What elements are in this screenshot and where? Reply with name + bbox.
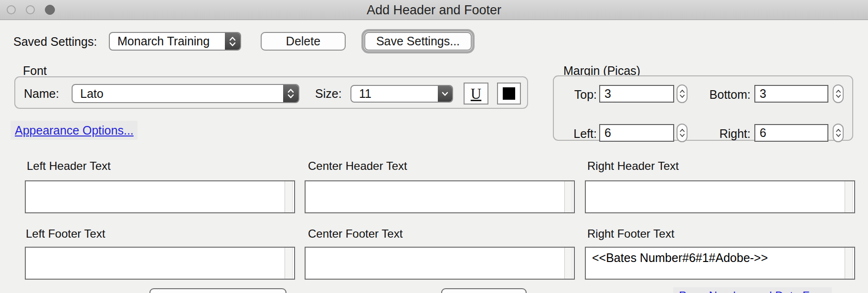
saved-settings-value: Monarch Training: [117, 33, 210, 50]
margin-bottom-field[interactable]: 3: [754, 85, 828, 103]
font-name-select[interactable]: Lato: [72, 84, 299, 103]
margin-right-value: 6: [760, 126, 766, 140]
margin-top-value: 3: [604, 87, 611, 101]
font-group-title: Font: [23, 64, 47, 78]
center-footer-label: Center Footer Text: [308, 227, 402, 241]
delete-button[interactable]: Delete: [261, 32, 346, 51]
scrollbar[interactable]: [845, 181, 853, 212]
center-header-label: Center Header Text: [308, 159, 407, 173]
stepper-up-icon: [679, 89, 685, 93]
font-name-value: Lato: [80, 85, 104, 102]
scrollbar[interactable]: [845, 248, 853, 279]
margin-left-value: 6: [604, 126, 611, 140]
stepper-down-icon: [679, 94, 685, 98]
add-header-footer-dialog: Add Header and Footer Saved Settings: Mo…: [0, 0, 868, 293]
center-footer-textarea[interactable]: [305, 247, 575, 280]
popup-up-down-icon: [283, 85, 298, 102]
appearance-options-link[interactable]: Appearance Options...: [15, 124, 134, 137]
margin-group-box: Top: 3 Bottom: 3 Left: 6 Right: 6: [553, 75, 853, 141]
stepper-up-icon: [679, 128, 685, 132]
left-header-label: Left Header Text: [27, 159, 111, 173]
margin-right-field[interactable]: 6: [754, 124, 828, 142]
stepper-up-icon: [836, 89, 841, 93]
left-footer-label: Left Footer Text: [26, 227, 105, 241]
saved-settings-label: Saved Settings:: [13, 35, 97, 49]
left-header-textarea[interactable]: [25, 180, 295, 213]
save-settings-button-label: Save Settings...: [376, 34, 460, 48]
right-header-label: Right Header Text: [587, 159, 679, 173]
partial-bottom-button-right[interactable]: [441, 288, 527, 293]
margin-right-stepper[interactable]: [833, 124, 844, 142]
right-header-textarea[interactable]: [585, 180, 855, 213]
combo-down-icon: [438, 86, 452, 102]
scrollbar[interactable]: [285, 181, 293, 212]
scrollbar[interactable]: [564, 181, 572, 212]
window-title: Add Header and Footer: [0, 0, 868, 20]
margin-bottom-value: 3: [760, 87, 766, 101]
font-size-value: 11: [359, 86, 371, 102]
margin-left-field[interactable]: 6: [599, 124, 674, 142]
font-group-box: Name: Lato Size: 11 U: [14, 76, 528, 109]
underline-button[interactable]: U: [464, 83, 488, 105]
popup-up-down-icon: [225, 33, 240, 50]
stepper-down-icon: [836, 94, 841, 98]
margin-left-stepper[interactable]: [677, 124, 688, 142]
font-size-label: Size:: [315, 87, 342, 101]
scrollbar[interactable]: [564, 248, 572, 279]
margin-bottom-stepper[interactable]: [833, 84, 844, 103]
margin-top-field[interactable]: 3: [599, 85, 674, 103]
right-footer-textarea[interactable]: <<Bates Number#6#1#Adobe->>: [585, 247, 855, 280]
stepper-down-icon: [836, 134, 841, 137]
right-footer-label: Right Footer Text: [587, 227, 674, 241]
font-color-button[interactable]: [497, 83, 521, 105]
left-footer-textarea[interactable]: [25, 247, 295, 280]
underline-button-label: U: [471, 86, 481, 101]
color-swatch-icon: [503, 87, 515, 100]
page-number-date-format-link[interactable]: Page Number and Date Format...: [673, 287, 832, 293]
stepper-up-icon: [836, 128, 841, 132]
scrollbar[interactable]: [285, 248, 293, 279]
saved-settings-select[interactable]: Monarch Training: [109, 32, 241, 51]
margin-top-stepper[interactable]: [677, 84, 688, 103]
save-settings-button[interactable]: Save Settings...: [364, 32, 472, 51]
margin-right-label: Right:: [695, 127, 751, 141]
font-name-label: Name:: [24, 87, 59, 101]
delete-button-label: Delete: [286, 34, 320, 48]
partial-bottom-button-left[interactable]: [149, 288, 286, 293]
page-number-date-format-label: Page Number and Date Format...: [679, 289, 832, 293]
margin-top-label: Top:: [559, 88, 597, 102]
center-header-textarea[interactable]: [305, 180, 575, 213]
font-size-combo[interactable]: 11: [350, 85, 453, 103]
title-bar: Add Header and Footer: [0, 0, 868, 20]
right-footer-text: <<Bates Number#6#1#Adobe->>: [592, 251, 843, 265]
margin-left-label: Left:: [559, 127, 597, 141]
stepper-down-icon: [679, 134, 685, 137]
margin-bottom-label: Bottom:: [695, 88, 751, 102]
